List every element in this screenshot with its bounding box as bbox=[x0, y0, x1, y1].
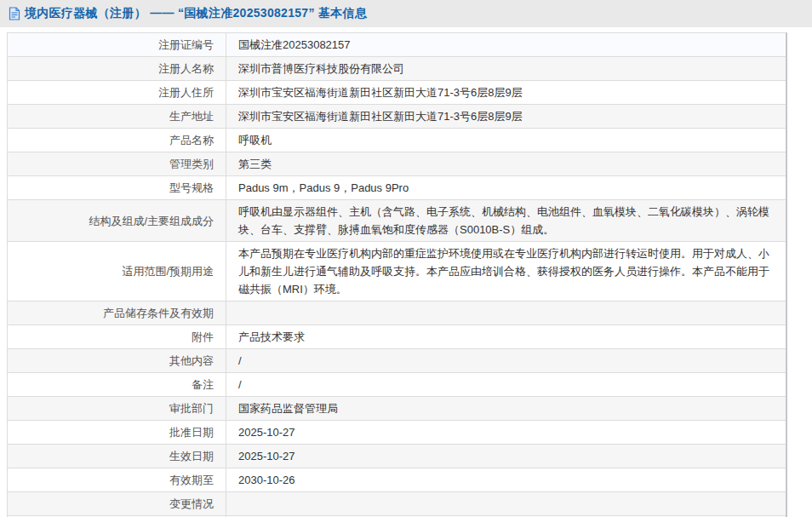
row-label: 变更情况 bbox=[8, 492, 226, 515]
row-value-text: 本产品预期在专业医疗机构内部的重症监护环境使用或在专业医疗机构内部进行转运时使用… bbox=[238, 244, 774, 298]
row-label-text: 注册证编号 bbox=[158, 36, 214, 54]
row-label: 生产地址 bbox=[8, 105, 226, 128]
document-icon bbox=[9, 7, 20, 20]
row-value: 国家药品监督管理局 bbox=[226, 397, 786, 420]
row-label: 型号规格 bbox=[8, 176, 226, 199]
row-value: / bbox=[226, 349, 786, 372]
registration-info-table: 注册证编号 国械注准20253082157 注册人名称 深圳市普博医疗科技股份有… bbox=[7, 32, 787, 517]
row-label-text: 注册人住所 bbox=[158, 83, 214, 101]
row-label-text: 附件 bbox=[192, 328, 214, 346]
row-label: 审批部门 bbox=[8, 397, 226, 420]
table-row: 有效期至 2030-10-26 bbox=[8, 468, 786, 492]
row-value-text: 2025-10-27 bbox=[238, 447, 774, 465]
row-value-text: 第三类 bbox=[238, 155, 774, 173]
row-label-text: 型号规格 bbox=[169, 179, 214, 197]
row-label-text: 结构及组成/主要组成成分 bbox=[89, 212, 214, 230]
table-row: 注册证编号 国械注准20253082157 bbox=[8, 33, 786, 57]
table-row: 生效日期 2025-10-27 bbox=[8, 445, 786, 468]
table-row: 附件 产品技术要求 bbox=[8, 325, 786, 349]
row-value: 第三类 bbox=[226, 152, 786, 175]
row-label: 生效日期 bbox=[8, 445, 226, 468]
row-label: 产品储存条件及有效期 bbox=[8, 302, 226, 325]
header-bar: 境内医疗器械（注册） —— “国械注准20253082157” 基本信息 bbox=[0, 0, 812, 27]
table-row: 批准日期 2025-10-27 bbox=[8, 421, 786, 445]
row-label-text: 注册人名称 bbox=[158, 60, 214, 78]
row-value: 产品技术要求 bbox=[226, 325, 786, 348]
table-row: 注册人名称 深圳市普博医疗科技股份有限公司 bbox=[8, 57, 786, 81]
table-row: 结构及组成/主要组成成分 呼吸机由显示器组件、主机（含气路、电子系统、机械结构、… bbox=[8, 200, 786, 242]
table-row: 其他内容 / bbox=[8, 349, 786, 373]
row-value-text: / bbox=[238, 376, 774, 393]
row-value-text: Padus 9m，Padus 9，Padus 9Pro bbox=[238, 179, 774, 197]
row-value-text: 深圳市宝安区福海街道新田社区新田大道71-3号6层8层9层 bbox=[238, 83, 774, 101]
row-value: / bbox=[226, 373, 786, 396]
row-value-text: 呼吸机由显示器组件、主机（含气路、电子系统、机械结构、电池组件、血氧模块、二氧化… bbox=[238, 203, 774, 238]
row-value: 深圳市宝安区福海街道新田社区新田大道71-3号6层8层9层 bbox=[226, 105, 786, 128]
row-value: 2030-10-26 bbox=[226, 468, 786, 491]
row-label: 注册人住所 bbox=[8, 81, 226, 104]
row-label: 适用范围/预期用途 bbox=[8, 242, 226, 301]
row-label-text: 变更情况 bbox=[169, 495, 214, 513]
row-label-text: 管理类别 bbox=[169, 155, 214, 173]
table-row: 产品储存条件及有效期 bbox=[8, 302, 786, 325]
row-label-text: 备注 bbox=[192, 376, 214, 393]
row-value: 深圳市普博医疗科技股份有限公司 bbox=[226, 57, 786, 80]
page-title: 境内医疗器械（注册） —— “国械注准20253082157” 基本信息 bbox=[25, 6, 367, 21]
row-value-text: 产品技术要求 bbox=[238, 328, 774, 346]
row-value: 本产品预期在专业医疗机构内部的重症监护环境使用或在专业医疗机构内部进行转运时使用… bbox=[226, 242, 786, 301]
table-row: 备注 / bbox=[8, 373, 786, 397]
table-row: 管理类别 第三类 bbox=[8, 152, 786, 176]
row-value-text: 深圳市普博医疗科技股份有限公司 bbox=[238, 60, 774, 78]
table-row: 生产地址 深圳市宝安区福海街道新田社区新田大道71-3号6层8层9层 bbox=[8, 105, 786, 129]
table-row: 变更情况 bbox=[8, 492, 786, 516]
row-value: 国械注准20253082157 bbox=[226, 33, 786, 56]
row-label: 备注 bbox=[8, 373, 226, 396]
row-label-text: 生产地址 bbox=[169, 107, 214, 125]
row-value: 呼吸机由显示器组件、主机（含气路、电子系统、机械结构、电池组件、血氧模块、二氧化… bbox=[226, 200, 786, 241]
table-row: 审批部门 国家药品监督管理局 bbox=[8, 397, 786, 421]
row-label: 其他内容 bbox=[8, 349, 226, 372]
row-value bbox=[226, 492, 786, 515]
row-label-text: 其他内容 bbox=[169, 352, 214, 370]
row-value-text: 呼吸机 bbox=[238, 131, 774, 149]
row-value-text: 2025-10-27 bbox=[238, 423, 774, 441]
row-value-text: 2030-10-26 bbox=[238, 471, 774, 489]
row-value: 深圳市宝安区福海街道新田社区新田大道71-3号6层8层9层 bbox=[226, 81, 786, 104]
row-label-text: 生效日期 bbox=[169, 447, 214, 465]
row-label-text: 适用范围/预期用途 bbox=[122, 262, 214, 280]
row-label: 批准日期 bbox=[8, 421, 226, 444]
table-row: 注册人住所 深圳市宝安区福海街道新田社区新田大道71-3号6层8层9层 bbox=[8, 81, 786, 105]
row-value-text: / bbox=[238, 352, 774, 370]
row-label: 附件 bbox=[8, 325, 226, 348]
row-label: 产品名称 bbox=[8, 129, 226, 152]
row-value: Padus 9m，Padus 9，Padus 9Pro bbox=[226, 176, 786, 199]
row-label: 注册人名称 bbox=[8, 57, 226, 80]
row-label: 结构及组成/主要组成成分 bbox=[8, 200, 226, 241]
row-value bbox=[226, 302, 786, 325]
row-value-text: 深圳市宝安区福海街道新田社区新田大道71-3号6层8层9层 bbox=[238, 107, 774, 125]
row-value: 2025-10-27 bbox=[226, 421, 786, 444]
row-label: 管理类别 bbox=[8, 152, 226, 175]
row-value: 2025-10-27 bbox=[226, 445, 786, 468]
table-row: 型号规格 Padus 9m，Padus 9，Padus 9Pro bbox=[8, 176, 786, 200]
row-value-text: 国家药品监督管理局 bbox=[238, 399, 774, 417]
row-label-text: 产品储存条件及有效期 bbox=[103, 304, 214, 322]
table-row: 产品名称 呼吸机 bbox=[8, 129, 786, 152]
row-label-text: 批准日期 bbox=[169, 423, 214, 441]
row-value: 呼吸机 bbox=[226, 129, 786, 152]
table-row: 适用范围/预期用途 本产品预期在专业医疗机构内部的重症监护环境使用或在专业医疗机… bbox=[8, 242, 786, 302]
row-value-text: 国械注准20253082157 bbox=[238, 36, 774, 54]
row-label: 有效期至 bbox=[8, 468, 226, 491]
row-label-text: 审批部门 bbox=[169, 399, 214, 417]
row-label-text: 有效期至 bbox=[169, 471, 214, 489]
row-label: 注册证编号 bbox=[8, 33, 226, 56]
row-label-text: 产品名称 bbox=[169, 131, 214, 149]
